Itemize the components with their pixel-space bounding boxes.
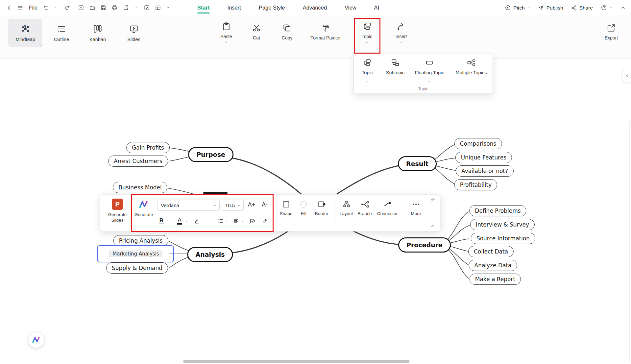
font-family-select[interactable]: Verdana — [157, 200, 220, 211]
export-button[interactable]: Export — [605, 23, 618, 40]
clear-format-button[interactable] — [262, 216, 268, 226]
tab-view[interactable]: View — [344, 0, 357, 15]
tab-start[interactable]: Start — [197, 0, 210, 15]
fill-button[interactable]: Fill — [299, 200, 308, 217]
connector-button[interactable]: Connector — [377, 200, 398, 217]
print-button[interactable] — [110, 3, 120, 13]
tab-page-style[interactable]: Page Style — [258, 0, 286, 15]
share-file-button[interactable] — [121, 3, 131, 13]
connector-icon — [383, 200, 392, 209]
generate-slides-button[interactable]: P Generate Slides — [105, 199, 130, 223]
mindmap-subtopic[interactable]: Profitability — [454, 179, 497, 190]
mindmap-subtopic[interactable]: Business Model — [113, 182, 167, 193]
mindmap-subtopic[interactable]: Comparisons — [454, 138, 502, 149]
right-panel-toggle[interactable] — [623, 68, 631, 83]
shape-label: Shape — [279, 211, 292, 217]
open-file-button[interactable] — [87, 3, 97, 13]
font-size-select[interactable]: 10.5 — [222, 200, 244, 211]
insert-button[interactable]: Insert — [395, 21, 407, 44]
share-button[interactable]: Share — [571, 5, 593, 11]
undo-history-button[interactable] — [51, 3, 61, 13]
mindmap-subtopic[interactable]: Analyze Data — [469, 260, 517, 271]
format-painter-button[interactable]: Format Painter — [310, 23, 341, 40]
floating-topic-icon — [425, 58, 434, 67]
mindmap-main-topic[interactable]: Purpose — [188, 147, 233, 162]
undo-button[interactable] — [41, 3, 51, 13]
increase-font-button[interactable]: A+ — [248, 200, 255, 211]
share-options-button[interactable] — [131, 3, 141, 13]
back-button[interactable] — [4, 3, 14, 13]
list-style-button[interactable] — [218, 216, 224, 226]
dropdown-multiple-topics-button[interactable]: Multiple Topics — [456, 58, 487, 75]
vertical-scrollbar[interactable] — [629, 121, 630, 362]
highlight-color-button[interactable] — [194, 216, 200, 226]
chevron-down-icon — [609, 6, 613, 10]
dropdown-topic-button[interactable]: Topic — [362, 58, 373, 75]
folder-icon — [89, 5, 95, 11]
redo-button[interactable] — [62, 3, 72, 13]
task-check-button[interactable] — [142, 3, 152, 13]
bold-button[interactable]: B — [159, 216, 164, 226]
panel-layout-button[interactable] — [153, 3, 163, 13]
mindmap-subtopic[interactable]: Gain Profits — [126, 142, 170, 153]
chevron-down-icon — [225, 220, 228, 223]
horizontal-scrollbar[interactable] — [183, 360, 409, 363]
menu-button[interactable] — [15, 3, 25, 13]
mindmap-subtopic[interactable]: Interview & Survey — [470, 219, 535, 230]
shape-button[interactable]: Shape — [279, 200, 292, 217]
tab-ai[interactable]: AI — [374, 0, 380, 15]
chevron-down-icon — [185, 220, 188, 223]
file-menu-button[interactable]: File — [26, 3, 40, 13]
mindmap-subtopic[interactable]: Define Problems — [469, 205, 526, 216]
pin-toolbar-button[interactable] — [430, 197, 435, 203]
mindmap-main-topic[interactable]: Procedure — [398, 237, 451, 253]
save-button[interactable] — [99, 3, 109, 13]
branch-button[interactable]: Branch — [358, 200, 372, 217]
new-document-button[interactable] — [76, 3, 86, 13]
mindmap-main-topic[interactable]: Analysis — [187, 247, 233, 262]
copy-button[interactable]: Copy — [282, 23, 293, 40]
text-align-button[interactable] — [233, 216, 239, 226]
font-color-button[interactable]: A — [177, 216, 182, 226]
edraw-logo-badge[interactable] — [28, 332, 44, 348]
toolbar-resize-button[interactable] — [430, 223, 435, 228]
publish-button[interactable]: Publish — [538, 5, 563, 11]
mode-kanban-button[interactable]: Kanban — [81, 19, 114, 47]
dropdown-floating-topic-button[interactable]: Floating Topic — [415, 58, 444, 75]
layout-button[interactable]: Layout — [340, 200, 353, 217]
mindmap-subtopic[interactable]: Pricing Analysis — [113, 235, 168, 246]
tab-insert[interactable]: Insert — [227, 0, 242, 15]
mindmap-subtopic-selected[interactable]: Marketing Analysis — [109, 251, 162, 257]
chevron-down-icon — [166, 6, 170, 10]
mindmap-subtopic[interactable]: Collect Data — [468, 246, 514, 257]
collapse-ribbon-button[interactable] — [620, 5, 626, 11]
paste-button[interactable]: Paste — [220, 21, 232, 44]
outline-icon — [57, 24, 66, 34]
generate-slides-label: Generate Slides — [106, 212, 129, 223]
mindmap-subtopic[interactable]: Available or not? — [456, 165, 514, 177]
mindmap-subtopic[interactable]: Unique Features — [455, 152, 512, 163]
mode-outline-button[interactable]: Outline — [45, 19, 78, 47]
cut-button[interactable]: Cut — [252, 23, 261, 40]
mindmap-subtopic[interactable]: Make a Report — [470, 274, 521, 285]
mode-mindmap-button[interactable]: MindMap — [9, 19, 42, 47]
pitch-button[interactable]: Pitch — [505, 5, 530, 11]
task-checkbox-button[interactable] — [250, 216, 255, 226]
ai-generate-button[interactable]: Generate — [134, 199, 153, 218]
decrease-font-button[interactable]: A- — [262, 200, 268, 211]
border-button[interactable]: Border — [315, 200, 328, 217]
mindmap-subtopic[interactable]: Arrest Customers — [108, 156, 168, 167]
topic-button[interactable]: Topic — [362, 21, 373, 44]
titlebar-left-group: File — [4, 0, 173, 15]
format-painter-label: Format Painter — [310, 35, 341, 40]
help-button[interactable] — [601, 5, 613, 11]
mindmap-main-topic[interactable]: Result — [398, 156, 437, 171]
pin-icon — [430, 197, 435, 203]
mindmap-subtopic[interactable]: Supply & Demand — [106, 262, 168, 274]
mode-slides-button[interactable]: Slides — [117, 19, 151, 47]
more-tools-button[interactable] — [163, 3, 173, 13]
mindmap-subtopic[interactable]: Source Information — [471, 233, 535, 244]
tab-advanced[interactable]: Advanced — [302, 0, 328, 15]
more-button[interactable]: More — [411, 200, 421, 217]
dropdown-subtopic-button[interactable]: Subtopic — [386, 58, 404, 75]
